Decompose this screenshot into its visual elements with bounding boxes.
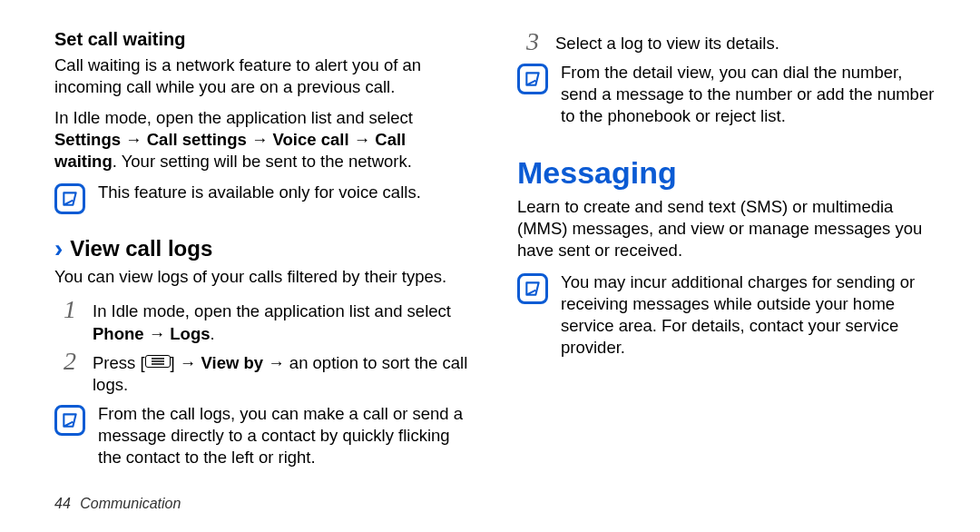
note-text: From the call logs, you can make a call …	[98, 403, 472, 468]
note-text: You may incur additional charges for sen…	[561, 271, 935, 359]
note-icon	[54, 405, 85, 436]
text: . Your setting will be sent to the netwo…	[113, 152, 412, 171]
paragraph: You can view logs of your calls filtered…	[54, 266, 472, 288]
text: .	[211, 324, 215, 343]
text: In Idle mode, open the application list …	[54, 108, 413, 127]
heading-messaging: Messaging	[517, 153, 935, 192]
note-row: You may incur additional charges for sen…	[517, 271, 935, 359]
content-columns: Set call waiting Call waiting is a netwo…	[54, 25, 935, 474]
step-text: In Idle mode, open the application list …	[93, 297, 472, 344]
note-icon	[517, 64, 548, 94]
step-number: 2	[54, 349, 85, 374]
step-3: 3 Select a log to view its details.	[517, 29, 935, 54]
heading-label: View call logs	[70, 234, 212, 262]
bold-text: View by	[201, 353, 264, 372]
page-number: 44	[54, 496, 71, 511]
heading-view-call-logs: › View call logs	[54, 234, 472, 262]
heading-set-call-waiting: Set call waiting	[54, 27, 472, 51]
section-name: Communication	[80, 496, 181, 511]
paragraph: Call waiting is a network feature to ale…	[54, 54, 472, 98]
text: Press [	[93, 353, 145, 372]
chevron-right-icon: ›	[54, 236, 63, 261]
paragraph: Learn to create and send text (SMS) or m…	[517, 196, 935, 261]
note-text: This feature is available only for voice…	[98, 182, 472, 203]
page-footer: 44 Communication	[54, 495, 181, 514]
text: In Idle mode, open the application list …	[93, 301, 451, 320]
note-row: This feature is available only for voice…	[54, 182, 472, 214]
note-row: From the detail view, you can dial the n…	[517, 62, 935, 127]
step-1: 1 In Idle mode, open the application lis…	[54, 297, 472, 344]
step-2: 2 Press [] → View by → an option to sort…	[54, 349, 472, 396]
step-text: Select a log to view its details.	[555, 29, 935, 54]
step-number: 1	[54, 297, 85, 322]
bold-path: Phone → Logs	[93, 324, 211, 343]
step-number: 3	[517, 29, 548, 54]
step-text: Press [] → View by → an option to sort t…	[93, 349, 472, 396]
note-icon	[54, 183, 85, 214]
right-column: 3 Select a log to view its details. From…	[517, 25, 935, 474]
text: ] →	[171, 353, 201, 372]
note-icon	[517, 273, 548, 304]
menu-key-icon	[145, 355, 171, 368]
note-row: From the call logs, you can make a call …	[54, 403, 472, 468]
left-column: Set call waiting Call waiting is a netwo…	[54, 25, 472, 474]
note-text: From the detail view, you can dial the n…	[561, 62, 935, 127]
paragraph: In Idle mode, open the application list …	[54, 107, 472, 172]
